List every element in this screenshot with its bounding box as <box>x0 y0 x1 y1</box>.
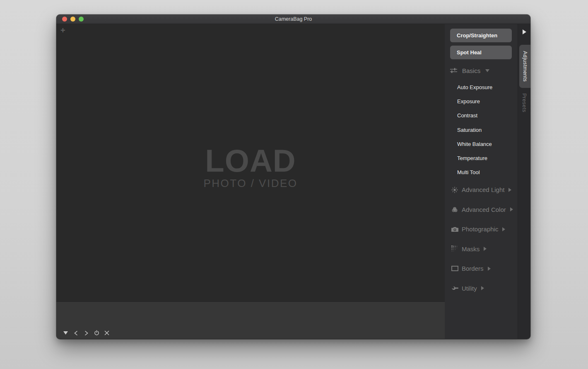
desktop: { "window": { "title": "CameraBag Pro" }… <box>0 0 588 369</box>
tool-label: Temperature <box>457 155 487 161</box>
tool-label: Multi Tool <box>457 169 480 175</box>
window-content: + LOAD PHOTO / VIDEO <box>56 24 530 339</box>
section-masks-label: Masks <box>462 245 480 252</box>
section-photographic-label: Photographic <box>462 226 498 233</box>
tab-adjustments[interactable]: Adjustments <box>519 45 530 88</box>
tool-saturation[interactable]: Saturation <box>450 123 518 137</box>
section-photographic[interactable]: Photographic <box>450 219 518 239</box>
close-window-button[interactable] <box>62 17 67 22</box>
canvas-column: + LOAD PHOTO / VIDEO <box>56 24 445 339</box>
tool-contrast[interactable]: Contrast <box>450 109 518 123</box>
section-borders-label: Borders <box>462 265 484 272</box>
chevron-down-icon <box>485 69 489 72</box>
collapse-triangle-icon <box>63 331 68 335</box>
filmstrip-controls <box>63 330 110 336</box>
section-utility-label: Utility <box>462 285 477 292</box>
tool-exposure[interactable]: Exposure <box>450 94 518 108</box>
collapsed-sections: Advanced Light Advanced Color <box>450 180 518 298</box>
load-subtitle-text: PHOTO / VIDEO <box>56 177 445 190</box>
wrench-icon <box>451 286 458 291</box>
section-masks[interactable]: Masks <box>450 239 518 259</box>
title-bar: CameraBag Pro <box>56 15 530 24</box>
section-basics[interactable]: Basics <box>450 66 518 75</box>
collapse-panel-button[interactable] <box>518 29 530 35</box>
chevron-right-icon <box>510 207 513 211</box>
tool-multi-tool[interactable]: Multi Tool <box>450 165 518 180</box>
tool-white-balance[interactable]: White Balance <box>450 137 518 151</box>
traffic-lights <box>62 17 84 22</box>
tool-label: Contrast <box>457 112 477 119</box>
section-advanced-color-label: Advanced Color <box>462 206 506 213</box>
tool-auto-exposure[interactable]: Auto Exposure <box>450 80 518 94</box>
add-photo-icon[interactable]: + <box>60 24 65 36</box>
panel-tab-strip: Adjustments Presets <box>518 24 530 339</box>
previous-icon <box>74 330 78 336</box>
section-advanced-color[interactable]: Advanced Color <box>450 200 518 220</box>
triangle-right-icon <box>522 29 527 35</box>
remove-photo-button[interactable] <box>104 330 110 336</box>
tool-label: Auto Exposure <box>457 84 492 90</box>
sun-icon <box>451 187 458 193</box>
camera-icon <box>451 226 458 232</box>
spot-heal-button[interactable]: Spot Heal <box>450 46 512 59</box>
section-utility[interactable]: Utility <box>450 279 518 299</box>
section-basics-label: Basics <box>462 67 480 74</box>
tool-label: Saturation <box>457 127 482 133</box>
close-icon <box>104 330 109 335</box>
section-borders[interactable]: Borders <box>450 259 518 279</box>
color-circles-icon <box>451 206 458 213</box>
tab-presets-label: Presets <box>521 93 527 112</box>
tool-label: White Balance <box>457 141 492 147</box>
previous-photo-button[interactable] <box>73 330 79 336</box>
filmstrip-panel <box>56 301 445 339</box>
toggle-original-button[interactable] <box>94 330 99 336</box>
tool-label: Exposure <box>457 98 480 104</box>
power-icon <box>94 330 99 336</box>
camerabag-window: CameraBag Pro + LOAD PHOTO / VIDEO <box>56 15 530 339</box>
halftone-icon <box>451 245 458 252</box>
basics-tool-list: Auto Exposure Exposure Contrast Saturati… <box>450 80 518 180</box>
next-photo-button[interactable] <box>83 330 89 336</box>
zoom-window-button[interactable] <box>79 17 84 22</box>
tab-adjustments-label: Adjustments <box>522 51 528 82</box>
tab-presets[interactable]: Presets <box>518 93 530 112</box>
border-frame-icon <box>451 266 458 271</box>
crop-straighten-button[interactable]: Crop/Straighten <box>450 29 512 42</box>
sliders-icon <box>450 68 457 73</box>
load-title-text: LOAD <box>56 146 445 175</box>
next-icon <box>84 330 89 336</box>
crop-straighten-label: Crop/Straighten <box>457 32 497 39</box>
collapse-filmstrip-button[interactable] <box>63 330 68 336</box>
adjustments-sidebar: Crop/Straighten Spot Heal Basics <box>445 24 518 339</box>
load-watermark: LOAD PHOTO / VIDEO <box>56 146 445 189</box>
chevron-right-icon <box>488 267 491 271</box>
window-title: CameraBag Pro <box>56 16 530 22</box>
section-advanced-light[interactable]: Advanced Light <box>450 180 518 200</box>
chevron-right-icon <box>481 286 484 290</box>
chevron-right-icon <box>508 188 511 192</box>
chevron-right-icon <box>502 227 505 231</box>
tool-temperature[interactable]: Temperature <box>450 151 518 165</box>
chevron-right-icon <box>484 247 487 251</box>
section-advanced-light-label: Advanced Light <box>462 186 504 193</box>
spot-heal-label: Spot Heal <box>457 49 482 56</box>
photo-canvas-drop-area[interactable]: + LOAD PHOTO / VIDEO <box>56 24 445 301</box>
minimize-window-button[interactable] <box>70 17 75 22</box>
